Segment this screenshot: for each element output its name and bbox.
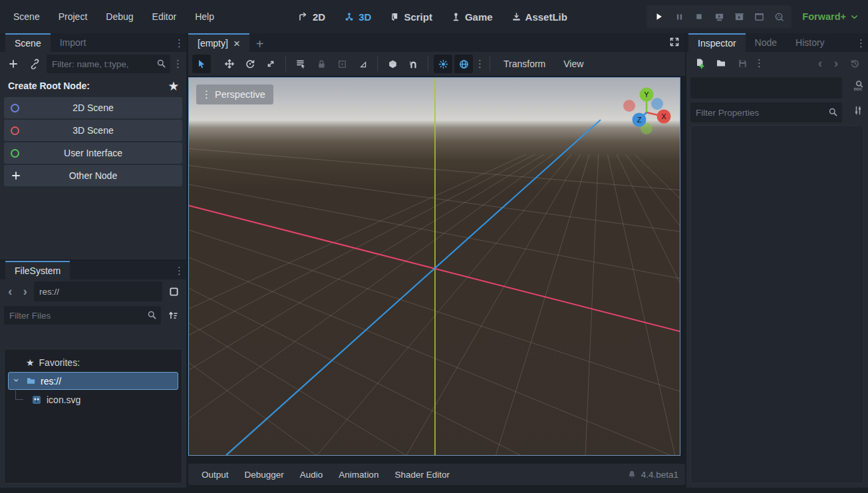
list-select-button[interactable] (291, 55, 310, 73)
new-scene-tab-button[interactable]: + (249, 37, 271, 52)
play-custom-scene-icon (754, 12, 764, 22)
version-area: 4.4.beta1 (627, 470, 678, 480)
toggle-split-mode-button[interactable] (165, 282, 182, 301)
3d-scene-node-icon (11, 126, 19, 135)
preview-sunlight-button[interactable] (434, 55, 452, 73)
favorites-row[interactable]: ★ Favorites: (5, 355, 182, 371)
edit-prev-icon[interactable]: ‹ (813, 57, 827, 71)
filesystem-dock-menu-icon[interactable]: ⋮ (174, 265, 184, 277)
favorites-star-icon[interactable]: ★ (169, 80, 178, 92)
resource-menu-icon[interactable]: ⋮ (754, 57, 764, 69)
scene-filter-input[interactable] (47, 55, 170, 73)
tab-scene[interactable]: Scene (5, 33, 51, 52)
tab-history[interactable]: History (786, 33, 834, 52)
list-select-icon (295, 59, 306, 69)
menu-scene[interactable]: Scene (4, 0, 49, 33)
menu-debug[interactable]: Debug (96, 0, 142, 33)
play-scene-icon (734, 12, 744, 22)
workspace-script-button[interactable]: Script (383, 5, 439, 28)
sun-icon (438, 59, 448, 69)
bottom-tab-output[interactable]: Output (195, 464, 235, 485)
add-node-button[interactable] (4, 55, 23, 73)
version-label[interactable]: 4.4.beta1 (641, 470, 678, 480)
movie-maker-button[interactable] (770, 8, 788, 25)
property-filter-input[interactable] (690, 102, 842, 122)
open-docs-button[interactable]: DOC (852, 80, 864, 92)
menu-project[interactable]: Project (49, 0, 97, 33)
group-node-button[interactable] (333, 55, 351, 73)
tab-filesystem[interactable]: FileSystem (5, 261, 70, 279)
iconsvg-label: icon.svg (47, 395, 80, 405)
path-input[interactable] (34, 281, 162, 301)
new-resource-button[interactable] (690, 54, 709, 73)
bottom-tab-shader-editor[interactable]: Shader Editor (388, 464, 456, 485)
preview-settings-menu-icon[interactable]: ⋮ (475, 58, 484, 70)
scene-tab-empty[interactable]: [empty] × (188, 33, 249, 52)
menu-editor[interactable]: Editor (143, 0, 186, 33)
history-back-icon[interactable]: ‹ (4, 285, 17, 299)
create-2d-scene-button[interactable]: 2D Scene (4, 97, 182, 118)
menu-help[interactable]: Help (186, 0, 223, 33)
file-sort-button[interactable] (164, 306, 182, 325)
workspace-assetlib-button[interactable]: AssetLib (505, 5, 574, 28)
svg-text:DOC: DOC (854, 87, 862, 91)
save-resource-button[interactable] (733, 54, 752, 73)
bottom-tab-debugger[interactable]: Debugger (238, 464, 291, 485)
bottom-panel-bar: Output Debugger Audio Animation Shader E… (188, 464, 685, 485)
tab-node[interactable]: Node (746, 33, 786, 52)
bottom-tab-animation[interactable]: Animation (332, 464, 385, 485)
inspector-dock-menu-icon[interactable]: ⋮ (856, 37, 865, 49)
scene-filter-menu-icon[interactable]: ⋮ (173, 58, 182, 70)
tab-inspector[interactable]: Inspector (688, 33, 746, 52)
viewport-3d[interactable]: YXZ ⋮ Perspective (188, 77, 680, 456)
main-menu-bar: Scene Project Debug Editor Help (4, 0, 223, 33)
inspector-dock: Inspector Node History ⋮ ⋮ ‹ › DOC (686, 33, 868, 488)
save-icon (738, 59, 748, 69)
pause-button[interactable] (670, 8, 688, 25)
rotate-tool-button[interactable] (241, 55, 259, 73)
snap-mode-button[interactable] (404, 55, 422, 73)
create-ui-scene-button[interactable]: User Interface (4, 142, 182, 164)
load-resource-button[interactable] (712, 54, 730, 73)
projection-label: Perspective (215, 89, 265, 100)
tree-row-res[interactable]: res:// (8, 372, 178, 390)
workspace-3d-button[interactable]: 3D (337, 5, 378, 28)
scale-tool-button[interactable] (261, 55, 280, 73)
file-filter-input[interactable] (4, 306, 161, 325)
select-tool-button[interactable] (192, 55, 211, 73)
bottom-tab-audio[interactable]: Audio (293, 464, 330, 485)
close-icon[interactable]: × (233, 38, 240, 49)
collapse-chevron-icon[interactable] (13, 377, 21, 385)
play-button[interactable] (651, 8, 668, 25)
scene-dock-menu-icon[interactable]: ⋮ (174, 37, 184, 49)
play-custom-scene-button[interactable] (750, 8, 768, 25)
toggle-distraction-free-button[interactable] (669, 37, 680, 49)
scene-dock-toolbar: ⋮ (0, 52, 186, 76)
instantiate-scene-button[interactable] (25, 55, 44, 73)
workspace-game-button[interactable]: Game (444, 5, 500, 28)
edit-next-icon[interactable]: › (829, 57, 843, 71)
stop-button[interactable] (690, 8, 708, 25)
workspace-2d-button[interactable]: 2D (291, 5, 332, 28)
view-menu[interactable]: View (555, 55, 591, 73)
property-tools-icon[interactable] (853, 105, 863, 116)
tree-row-iconsvg[interactable]: icon.svg (5, 391, 182, 409)
preview-environment-button[interactable] (454, 55, 473, 73)
folder-open-icon (716, 58, 726, 69)
play-scene-button[interactable] (730, 8, 748, 25)
tab-import[interactable]: Import (51, 33, 96, 52)
history-menu-button[interactable] (845, 54, 864, 73)
bell-icon[interactable] (627, 470, 637, 479)
create-other-node-button[interactable]: Other Node (4, 165, 182, 186)
history-forward-icon[interactable]: › (19, 285, 32, 299)
move-tool-button[interactable] (220, 55, 239, 73)
local-space-button[interactable] (383, 55, 402, 73)
ruler-mode-button[interactable] (353, 55, 372, 73)
create-3d-scene-button[interactable]: 3D Scene (4, 120, 182, 141)
transform-menu[interactable]: Transform (496, 55, 553, 73)
remote-debug-button[interactable] (710, 8, 728, 25)
renderer-selector[interactable]: Forward+ (802, 0, 859, 33)
lock-node-button[interactable] (312, 55, 331, 73)
scene-dock-tabs: Scene Import ⋮ (0, 33, 186, 52)
projection-menu-button[interactable]: ⋮ Perspective (196, 84, 273, 104)
